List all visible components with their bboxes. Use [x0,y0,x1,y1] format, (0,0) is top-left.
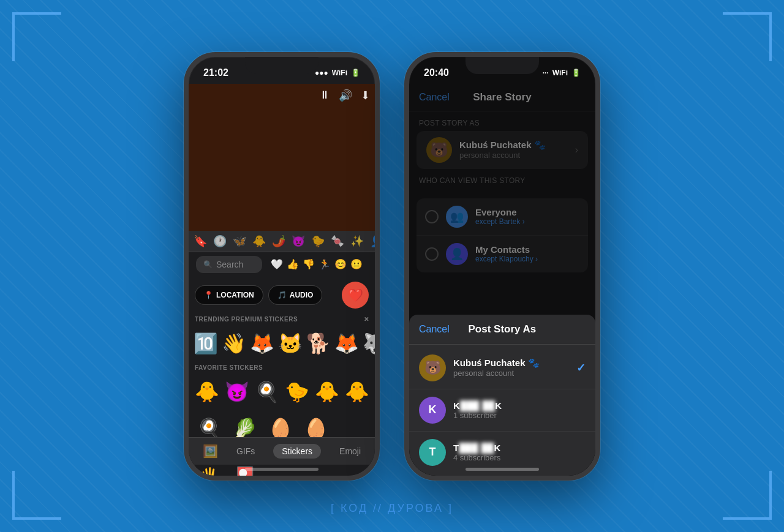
sticker-trending-3[interactable]: 🦊 [250,328,274,359]
sticker-trending-1[interactable]: 🔟 [194,328,218,359]
modal-cancel-button[interactable]: Cancel [419,324,450,335]
search-icon: 🔍 [203,260,213,269]
sticker-search-bar: 🔍 Search 🤍 👍 👎 🏃 😊 😐 [189,252,375,277]
modal-header: Cancel Post Story As [409,315,595,345]
modal-title: Post Story As [468,323,536,335]
thumbsdown-icon[interactable]: 👎 [303,258,315,270]
sticker-toolbar: 🔖 🕐 🦋 🐥 🌶️ 😈 🐤 🍬 ✨ 👤 [189,231,375,252]
location-button[interactable]: 📍 LOCATION [195,285,263,305]
modal-account-row-0[interactable]: 🐻 Kubuś Puchatek 🐾 personal account ✓ [409,347,595,389]
trending-stickers-row: 🔟 👋 🦊 🐱 🐕 🦊 🐺 🐱 [189,325,375,362]
thumbsup-icon[interactable]: 👍 [287,258,299,270]
wifi-icon-right: WiFi [552,69,568,77]
modal-account-row-1[interactable]: K K███ ██K 1 subscriber [409,389,595,432]
sticker-trending-2[interactable]: 👋 [222,328,246,359]
favorite-section-header: FAVORITE STICKERS [189,362,375,373]
dots-icon: ··· [543,69,549,77]
heart-button[interactable]: ❤️ [342,282,369,309]
sticker-trending-5[interactable]: 🐕 [306,328,331,359]
audio-button[interactable]: 🎵 AUDIO [268,285,323,305]
corner-bracket-bottom-right [723,471,772,520]
photos-tab-icon[interactable]: 🖼️ [203,444,218,459]
wifi-icon: WiFi [332,69,347,77]
status-bar-right: 20:40 ··· WiFi 🔋 [409,57,595,84]
sticker-icon-2[interactable]: 🐥 [252,234,266,248]
audio-icon: 🎵 [277,291,287,299]
emoji-row: 🤍 👍 👎 🏃 😊 😐 [266,258,368,270]
action-buttons: 📍 LOCATION 🎵 AUDIO ❤️ [189,277,375,313]
modal-overlay: Cancel Post Story As 🐻 Kubuś Puchatek 🐾 [409,57,595,476]
favorite-stickers-row-1: 🐥 😈 🍳 🐤 🐥 🐥 [189,373,375,410]
sticker-icon-7[interactable]: ✨ [350,234,364,248]
home-indicator-right [466,468,539,471]
trending-section-header: TRENDING PREMIUM STICKERS ✕ [189,313,375,325]
modal-account-info-0: Kubuś Puchatek 🐾 personal account [453,358,569,378]
location-label: LOCATION [216,291,254,299]
search-pill[interactable]: 🔍 Search [196,256,262,273]
neutral-icon[interactable]: 😐 [350,258,363,270]
modal-account-sub-0: personal account [453,369,569,378]
time-right: 20:40 [424,67,449,78]
trending-close-icon[interactable]: ✕ [364,316,369,323]
phone2-content: Cancel Share Story POST STORY AS 🐻 Kubuś… [409,84,595,481]
search-placeholder: Search [216,260,243,269]
sticker-icon-6[interactable]: 🍬 [331,234,344,248]
tab-gifs[interactable]: GIFs [236,446,255,456]
sticker-fav-2[interactable]: 😈 [224,376,250,408]
phones-container: 21:02 ●●● WiFi 🔋 ⏸ 🔊 ⬇ 🔖 🕐 🦋 � [184,52,600,481]
sticker-icon-1[interactable]: 🦋 [233,234,246,248]
corner-bracket-bottom-left [12,471,61,520]
modal-avatar-2: T [419,439,446,466]
signal-icon: ●●● [315,69,328,77]
status-icons-right: ··· WiFi 🔋 [543,69,581,77]
run-icon[interactable]: 🏃 [318,258,331,270]
modal-account-name-1: K███ ██K [453,400,586,411]
modal-account-sub-1: 1 subscriber [453,411,586,420]
sticker-icon-5[interactable]: 🐤 [311,234,325,248]
modal-account-sub-2: 4 subscribers [453,453,586,462]
story-controls: ⏸ 🔊 ⬇ [319,89,370,102]
recent-icon[interactable]: 🕐 [213,234,227,248]
status-bar-left: 21:02 ●●● WiFi 🔋 [189,57,375,84]
heart-icon[interactable]: 🤍 [271,258,283,270]
sticker-trending-6[interactable]: 🦊 [334,328,359,359]
sticker-icon-3[interactable]: 🌶️ [272,234,285,248]
sticker-fav-4[interactable]: 🐤 [284,376,310,408]
checkmark-icon: ✓ [576,361,586,375]
sticker-fav-1[interactable]: 🐥 [194,376,220,408]
sticker-fav-5[interactable]: 🐥 [314,376,340,408]
sticker-trending-7[interactable]: 🐺 [363,328,375,359]
heart-emoji: ❤️ [348,288,363,302]
home-indicator-left [245,468,318,471]
sticker-fav-6[interactable]: 🐥 [344,376,370,408]
modal-account-info-2: T███ ██K 4 subscribers [453,443,586,462]
audio-label: AUDIO [290,291,314,299]
modal-account-name-2: T███ ██K [453,443,586,453]
pause-icon[interactable]: ⏸ [319,89,330,102]
status-icons-left: ●●● WiFi 🔋 [315,69,360,77]
sticker-fav-3[interactable]: 🍳 [254,376,280,408]
bookmark-icon[interactable]: 🔖 [194,234,207,248]
tab-stickers[interactable]: Stickers [273,444,321,459]
phone-right: 20:40 ··· WiFi 🔋 Cancel Share Story POST… [404,52,600,481]
modal-avatar-0: 🐻 [419,354,446,381]
corner-bracket-top-left [12,12,61,61]
phone-side-button-1 [379,130,380,167]
tab-emoji[interactable]: Emoji [339,446,361,456]
corner-bracket-top-right [723,12,772,61]
volume-icon[interactable]: 🔊 [339,89,352,102]
favorite-label: FAVORITE STICKERS [195,364,263,371]
download-icon[interactable]: ⬇ [361,89,370,102]
sticker-icon-8[interactable]: 👤 [370,234,375,248]
time-left: 21:02 [203,67,228,78]
story-preview: ⏸ 🔊 ⬇ [189,84,375,231]
sticker-icon-4[interactable]: 😈 [292,234,305,248]
modal-avatar-1: K [419,397,446,424]
bear-emoji-modal: 🐻 [424,360,441,376]
watermark-text: [ КОД // ДУРОВА ] [331,502,453,515]
modal-account-info-1: K███ ██K 1 subscriber [453,400,586,420]
smile-icon[interactable]: 😊 [334,258,347,270]
bottom-tabs: 🖼️ GIFs Stickers Emoji [189,437,375,465]
modal-account-row-2[interactable]: T T███ ██K 4 subscribers [409,432,595,473]
sticker-trending-4[interactable]: 🐱 [278,328,303,359]
